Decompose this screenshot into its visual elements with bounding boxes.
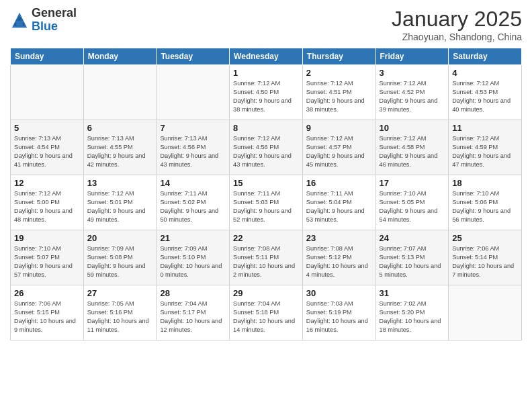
calendar-week-3: 12Sunrise: 7:12 AM Sunset: 5:00 PM Dayli… [11, 175, 522, 230]
day-number: 8 [233, 123, 299, 133]
day-number: 23 [306, 233, 372, 243]
day-number: 18 [452, 178, 518, 188]
day-info: Sunrise: 7:13 AM Sunset: 4:55 PM Dayligh… [87, 134, 153, 169]
day-info: Sunrise: 7:12 AM Sunset: 4:58 PM Dayligh… [380, 134, 445, 169]
calendar-week-1: 1Sunrise: 7:12 AM Sunset: 4:50 PM Daylig… [11, 65, 522, 120]
calendar-cell: 21Sunrise: 7:09 AM Sunset: 5:10 PM Dayli… [157, 230, 230, 285]
logo-icon [10, 11, 29, 30]
svg-rect-2 [16, 21, 22, 26]
day-info: Sunrise: 7:13 AM Sunset: 4:54 PM Dayligh… [14, 134, 80, 169]
day-info: Sunrise: 7:10 AM Sunset: 5:07 PM Dayligh… [14, 244, 80, 279]
day-number: 31 [380, 288, 445, 298]
day-info: Sunrise: 7:08 AM Sunset: 5:12 PM Dayligh… [306, 244, 372, 279]
day-number: 14 [160, 178, 226, 188]
day-info: Sunrise: 7:04 AM Sunset: 5:18 PM Dayligh… [233, 300, 299, 334]
col-thursday: Thursday [302, 48, 375, 65]
day-number: 27 [87, 288, 153, 298]
day-info: Sunrise: 7:11 AM Sunset: 5:03 PM Dayligh… [233, 189, 299, 224]
day-number: 5 [14, 123, 80, 133]
day-info: Sunrise: 7:12 AM Sunset: 4:50 PM Dayligh… [233, 79, 299, 114]
day-number: 1 [233, 68, 299, 78]
day-info: Sunrise: 7:11 AM Sunset: 5:04 PM Dayligh… [306, 189, 372, 224]
calendar-table: Sunday Monday Tuesday Wednesday Thursday… [10, 48, 522, 340]
col-saturday: Saturday [449, 48, 522, 65]
calendar-week-4: 19Sunrise: 7:10 AM Sunset: 5:07 PM Dayli… [11, 230, 522, 285]
calendar-cell: 8Sunrise: 7:12 AM Sunset: 4:56 PM Daylig… [230, 120, 303, 175]
calendar-cell: 4Sunrise: 7:12 AM Sunset: 4:53 PM Daylig… [449, 65, 522, 120]
calendar-header-row: Sunday Monday Tuesday Wednesday Thursday… [11, 48, 522, 65]
day-number: 21 [160, 233, 226, 243]
day-number: 9 [306, 123, 372, 133]
calendar-cell [449, 285, 522, 340]
calendar-cell: 25Sunrise: 7:06 AM Sunset: 5:14 PM Dayli… [449, 230, 522, 285]
day-number: 7 [160, 123, 226, 133]
day-info: Sunrise: 7:12 AM Sunset: 4:53 PM Dayligh… [452, 79, 518, 114]
day-number: 22 [233, 233, 299, 243]
calendar-cell: 23Sunrise: 7:08 AM Sunset: 5:12 PM Dayli… [302, 230, 375, 285]
day-info: Sunrise: 7:12 AM Sunset: 4:56 PM Dayligh… [233, 134, 299, 169]
calendar-cell: 20Sunrise: 7:09 AM Sunset: 5:08 PM Dayli… [83, 230, 157, 285]
day-number: 16 [306, 178, 372, 188]
day-info: Sunrise: 7:06 AM Sunset: 5:15 PM Dayligh… [14, 300, 80, 334]
calendar-cell: 27Sunrise: 7:05 AM Sunset: 5:16 PM Dayli… [83, 285, 157, 340]
header: General Blue January 2025 Zhaoyuan, Shan… [10, 7, 522, 42]
col-sunday: Sunday [11, 48, 84, 65]
logo: General Blue [10, 7, 77, 34]
day-info: Sunrise: 7:09 AM Sunset: 5:10 PM Dayligh… [160, 244, 226, 279]
day-info: Sunrise: 7:07 AM Sunset: 5:13 PM Dayligh… [380, 244, 445, 279]
page-container: General Blue January 2025 Zhaoyuan, Shan… [0, 0, 532, 347]
day-number: 4 [452, 68, 518, 78]
day-info: Sunrise: 7:02 AM Sunset: 5:20 PM Dayligh… [380, 300, 445, 334]
day-number: 3 [380, 68, 445, 78]
location-subtitle: Zhaoyuan, Shandong, China [392, 32, 522, 42]
day-info: Sunrise: 7:09 AM Sunset: 5:08 PM Dayligh… [87, 244, 153, 279]
calendar-cell: 2Sunrise: 7:12 AM Sunset: 4:51 PM Daylig… [302, 65, 375, 120]
day-number: 15 [233, 178, 299, 188]
day-info: Sunrise: 7:11 AM Sunset: 5:02 PM Dayligh… [160, 189, 226, 224]
calendar-cell: 18Sunrise: 7:10 AM Sunset: 5:06 PM Dayli… [449, 175, 522, 230]
calendar-cell [11, 65, 84, 120]
day-number: 24 [380, 233, 445, 243]
day-info: Sunrise: 7:12 AM Sunset: 4:57 PM Dayligh… [306, 134, 372, 169]
calendar-week-5: 26Sunrise: 7:06 AM Sunset: 5:15 PM Dayli… [11, 285, 522, 340]
day-info: Sunrise: 7:12 AM Sunset: 5:00 PM Dayligh… [14, 189, 80, 224]
logo-blue: Blue [32, 19, 58, 33]
calendar-cell: 30Sunrise: 7:03 AM Sunset: 5:19 PM Dayli… [302, 285, 375, 340]
calendar-cell: 28Sunrise: 7:04 AM Sunset: 5:17 PM Dayli… [157, 285, 230, 340]
col-friday: Friday [375, 48, 449, 65]
calendar-cell: 10Sunrise: 7:12 AM Sunset: 4:58 PM Dayli… [375, 120, 449, 175]
calendar-cell: 22Sunrise: 7:08 AM Sunset: 5:11 PM Dayli… [230, 230, 303, 285]
day-info: Sunrise: 7:12 AM Sunset: 4:52 PM Dayligh… [380, 79, 445, 114]
day-number: 11 [452, 123, 518, 133]
day-number: 17 [380, 178, 445, 188]
day-number: 30 [306, 288, 372, 298]
month-title: January 2025 [392, 7, 522, 32]
day-info: Sunrise: 7:05 AM Sunset: 5:16 PM Dayligh… [87, 300, 153, 334]
logo-general: General [32, 6, 77, 19]
calendar-cell: 13Sunrise: 7:12 AM Sunset: 5:01 PM Dayli… [83, 175, 157, 230]
day-info: Sunrise: 7:12 AM Sunset: 4:59 PM Dayligh… [452, 134, 518, 169]
day-number: 25 [452, 233, 518, 243]
title-block: January 2025 Zhaoyuan, Shandong, China [392, 7, 522, 42]
day-number: 6 [87, 123, 153, 133]
day-info: Sunrise: 7:10 AM Sunset: 5:05 PM Dayligh… [380, 189, 445, 224]
calendar-cell: 15Sunrise: 7:11 AM Sunset: 5:03 PM Dayli… [230, 175, 303, 230]
day-info: Sunrise: 7:13 AM Sunset: 4:56 PM Dayligh… [160, 134, 226, 169]
calendar-cell: 24Sunrise: 7:07 AM Sunset: 5:13 PM Dayli… [375, 230, 449, 285]
calendar-week-2: 5Sunrise: 7:13 AM Sunset: 4:54 PM Daylig… [11, 120, 522, 175]
day-number: 26 [14, 288, 80, 298]
logo-text: General Blue [32, 7, 77, 34]
day-info: Sunrise: 7:12 AM Sunset: 5:01 PM Dayligh… [87, 189, 153, 224]
day-number: 20 [87, 233, 153, 243]
calendar-cell: 3Sunrise: 7:12 AM Sunset: 4:52 PM Daylig… [375, 65, 449, 120]
calendar-cell: 31Sunrise: 7:02 AM Sunset: 5:20 PM Dayli… [375, 285, 449, 340]
calendar-cell: 5Sunrise: 7:13 AM Sunset: 4:54 PM Daylig… [11, 120, 84, 175]
col-monday: Monday [83, 48, 157, 65]
calendar-cell: 26Sunrise: 7:06 AM Sunset: 5:15 PM Dayli… [11, 285, 84, 340]
calendar-cell: 6Sunrise: 7:13 AM Sunset: 4:55 PM Daylig… [83, 120, 157, 175]
day-number: 2 [306, 68, 372, 78]
calendar-body: 1Sunrise: 7:12 AM Sunset: 4:50 PM Daylig… [11, 65, 522, 340]
day-info: Sunrise: 7:12 AM Sunset: 4:51 PM Dayligh… [306, 79, 372, 114]
day-info: Sunrise: 7:06 AM Sunset: 5:14 PM Dayligh… [452, 244, 518, 279]
calendar-cell: 1Sunrise: 7:12 AM Sunset: 4:50 PM Daylig… [230, 65, 303, 120]
